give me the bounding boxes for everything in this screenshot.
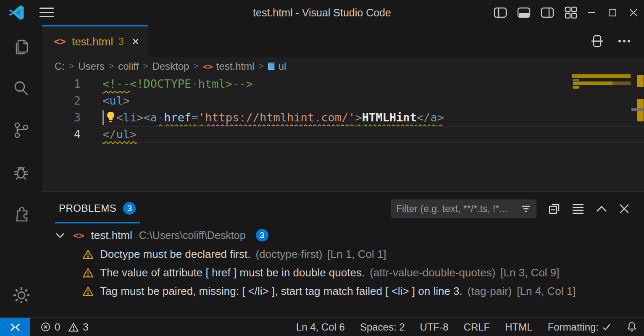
code-line[interactable]: 1<!--<!DOCTYPE·html>--> — [42, 76, 644, 92]
code-token: · — [191, 77, 198, 90]
code-line[interactable]: 2<ul> — [42, 92, 644, 109]
toggle-panel-icon[interactable] — [517, 7, 531, 18]
status-problems[interactable]: 0 3 — [40, 318, 89, 336]
breadcrumb: C:>Users>coliff>Desktop><>test.html>ul — [42, 57, 644, 76]
collapse-all-icon[interactable] — [548, 202, 560, 215]
explorer-icon[interactable] — [12, 38, 30, 56]
minimap-warning-mark — [573, 81, 612, 85]
code-lines: 1<!--<!DOCTYPE·html>-->2<ul>3 <li><a·hre… — [42, 76, 644, 143]
problem-row[interactable]: The value of attribute [ href ] must be … — [42, 263, 644, 282]
minimap-warning-mark — [573, 86, 579, 89]
symbol-element-icon — [268, 62, 275, 70]
code-token: li — [123, 111, 137, 124]
close-window-icon[interactable] — [623, 0, 644, 25]
warning-icon — [82, 268, 94, 278]
problem-message: The value of attribute [ href ] must be … — [100, 266, 365, 279]
status-item-ln4col6[interactable]: Ln 4, Col 6 — [296, 321, 345, 333]
problems-file-name: test.html — [91, 229, 132, 242]
breadcrumb-item-c[interactable]: C: — [55, 60, 65, 72]
title-bar: test.html - Visual Studio Code — [0, 0, 644, 25]
status-item-utf8[interactable]: UTF-8 — [420, 321, 449, 333]
breadcrumb-separator-icon: > — [193, 61, 198, 71]
problem-position: [Ln 4, Col 1] — [517, 285, 576, 298]
tab-label: test.html — [72, 35, 113, 48]
problems-filter-input[interactable] — [396, 203, 520, 215]
status-item-label: CRLF — [464, 321, 490, 333]
bell-icon[interactable] — [626, 321, 637, 333]
minimize-icon[interactable] — [581, 0, 602, 25]
status-item-formatting[interactable]: Formatting: — [548, 321, 611, 333]
settings-gear-icon[interactable] — [12, 286, 30, 304]
tab-close-icon[interactable]: × — [132, 35, 139, 48]
minimap[interactable] — [572, 74, 631, 130]
status-item-label: Ln 4, Col 6 — [296, 321, 345, 333]
toggle-sidebar-right-icon[interactable] — [541, 7, 554, 18]
problem-position: [Ln 3, Col 9] — [500, 266, 559, 279]
code-token: </ — [103, 128, 116, 141]
line-content[interactable]: <ul> — [103, 92, 644, 109]
warning-count: 3 — [83, 321, 88, 333]
extensions-icon[interactable] — [12, 204, 30, 223]
split-editor-icon[interactable] — [591, 34, 604, 48]
breadcrumb-label: Users — [78, 60, 105, 72]
source-control-icon[interactable] — [12, 121, 30, 139]
customize-layout-icon[interactable] — [564, 6, 578, 19]
breadcrumb-item-ul[interactable]: ul — [268, 60, 287, 72]
breadcrumb-item-testhtml[interactable]: <>test.html — [203, 60, 255, 72]
breadcrumb-label: test.html — [216, 60, 255, 72]
line-number: 4 — [42, 126, 81, 143]
view-as-table-icon[interactable] — [572, 203, 584, 215]
code-line[interactable]: 3 <li><a·href='https://htmlhint.com/'>HT… — [42, 109, 644, 126]
status-item-label: UTF-8 — [420, 321, 449, 333]
remote-indicator[interactable] — [0, 318, 30, 336]
chevron-down-icon[interactable] — [55, 231, 66, 239]
activity-bar — [0, 25, 42, 317]
tab-problems[interactable]: PROBLEMS 3 — [55, 202, 140, 223]
html-file-icon: <> — [203, 61, 213, 71]
code-line[interactable]: 4</ul> — [42, 126, 644, 143]
line-content[interactable]: </ul> — [103, 126, 644, 143]
close-panel-icon[interactable] — [619, 203, 630, 214]
breadcrumb-item-coliff[interactable]: coliff — [118, 60, 139, 72]
problems-filter-box[interactable] — [391, 200, 536, 218]
code-token: <!DOCTYPE — [130, 77, 191, 90]
status-item-spaces2[interactable]: Spaces: 2 — [360, 321, 405, 333]
code-editor[interactable]: 1<!--<!DOCTYPE·html>-->2<ul>3 <li><a·hre… — [42, 76, 644, 191]
breadcrumb-label: coliff — [118, 60, 139, 72]
problem-source: (tag-pair) — [468, 285, 512, 298]
status-item-label: HTML — [505, 321, 532, 333]
code-token: ' — [198, 111, 205, 124]
debug-icon[interactable] — [12, 163, 30, 181]
problem-row[interactable]: Tag must be paired, missing: [ </li> ], … — [42, 282, 644, 300]
maximize-icon[interactable] — [602, 0, 623, 25]
breadcrumb-item-users[interactable]: Users — [78, 60, 105, 72]
minimap-warning-mark — [572, 74, 631, 78]
line-content[interactable]: <!--<!DOCTYPE·html>--> — [103, 76, 644, 92]
code-token: a — [430, 111, 437, 124]
code-token: <!-- — [103, 77, 130, 90]
lightbulb-icon[interactable] — [105, 111, 116, 123]
breadcrumb-separator-icon: > — [259, 61, 264, 71]
problems-count-badge: 3 — [123, 202, 136, 215]
problem-source: (attr-value-double-quotes) — [370, 266, 495, 279]
breadcrumb-label: Desktop — [152, 60, 189, 72]
status-right-items: Ln 4, Col 6Spaces: 2UTF-8CRLFHTMLFormatt… — [296, 318, 637, 336]
code-token: ' — [348, 111, 355, 124]
problems-list: <> test.html C:\Users\coliff\Desktop 3 D… — [42, 226, 644, 300]
code-token: = — [191, 111, 198, 124]
toggle-sidebar-left-icon[interactable] — [494, 7, 507, 18]
status-item-html[interactable]: HTML — [505, 321, 532, 333]
check-icon — [602, 323, 611, 331]
filter-icon[interactable] — [520, 203, 531, 214]
more-actions-icon[interactable] — [618, 39, 631, 43]
problems-file-row[interactable]: <> test.html C:\Users\coliff\Desktop 3 — [42, 226, 644, 245]
breadcrumb-label: ul — [279, 60, 287, 72]
problem-row[interactable]: Doctype must be declared first.(doctype-… — [42, 245, 644, 263]
code-token: HTMLHint — [362, 111, 417, 124]
maximize-panel-icon[interactable] — [596, 205, 607, 213]
status-item-crlf[interactable]: CRLF — [464, 321, 490, 333]
tab-test-html[interactable]: <> test.html 3 × — [42, 25, 148, 57]
breadcrumb-item-desktop[interactable]: Desktop — [152, 60, 189, 72]
search-icon[interactable] — [12, 79, 30, 97]
line-content[interactable]: <li><a·href='https://htmlhint.com/'>HTML… — [103, 109, 644, 126]
